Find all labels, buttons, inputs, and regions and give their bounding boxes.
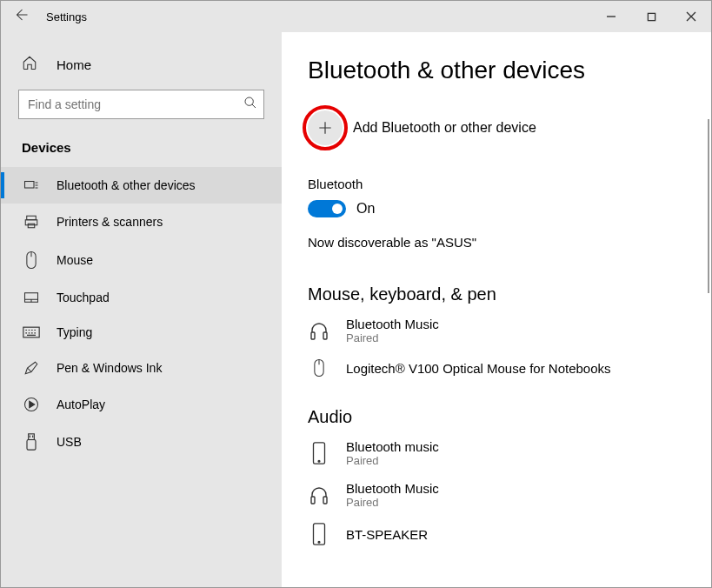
sidebar-item-mouse[interactable]: Mouse (1, 240, 282, 280)
sidebar-item-touchpad[interactable]: Touchpad (1, 280, 282, 315)
sidebar-item-label: Pen & Windows Ink (57, 361, 162, 375)
add-device-button[interactable]: Add Bluetooth or other device (308, 110, 699, 145)
bluetooth-devices-icon (22, 177, 41, 193)
plus-wrap (308, 110, 343, 145)
keyboard-icon (22, 326, 41, 338)
usb-icon (22, 433, 41, 451)
bluetooth-toggle[interactable] (308, 200, 346, 217)
add-device-label: Add Bluetooth or other device (353, 120, 536, 136)
search-icon (243, 96, 257, 113)
sidebar-item-autoplay[interactable]: AutoPlay (1, 386, 282, 423)
window-controls (591, 1, 711, 32)
printer-icon (22, 214, 41, 230)
svg-rect-0 (648, 13, 655, 20)
svg-rect-4 (25, 220, 37, 225)
svg-rect-17 (311, 497, 315, 504)
sidebar-item-label: Touchpad (57, 291, 110, 304)
device-status: Paired (346, 331, 439, 344)
device-categories: Mouse, keyboard, & penBluetooth MusicPai… (308, 284, 699, 545)
sidebar-item-label: Typing (57, 325, 92, 339)
back-button[interactable] (1, 7, 41, 27)
phone-icon (308, 442, 330, 464)
home-label: Home (57, 57, 91, 72)
svg-rect-10 (29, 434, 35, 440)
maximize-button[interactable] (631, 1, 671, 32)
window-title: Settings (41, 10, 591, 23)
device-item[interactable]: Bluetooth MusicPaired (308, 481, 699, 509)
svg-point-16 (318, 460, 320, 462)
device-item[interactable]: BT-SPEAKER (308, 523, 699, 545)
svg-rect-8 (23, 327, 39, 337)
svg-rect-3 (27, 216, 37, 220)
device-name: BT-SPEAKER (346, 527, 428, 542)
home-link[interactable]: Home (1, 50, 282, 90)
main-panel: Bluetooth & other devices Add Bluetooth … (282, 32, 711, 587)
mouse-icon (308, 358, 330, 378)
sidebar-item-label: Bluetooth & other devices (57, 178, 196, 192)
plus-icon (308, 110, 343, 145)
device-category: Mouse, keyboard, & penBluetooth MusicPai… (308, 284, 699, 378)
phone-icon (308, 523, 330, 545)
bluetooth-toggle-row: On (308, 200, 699, 217)
svg-rect-12 (311, 332, 315, 339)
scrollbar[interactable] (708, 119, 709, 293)
device-status: Paired (346, 454, 439, 467)
svg-rect-13 (323, 332, 327, 339)
svg-rect-2 (25, 182, 35, 189)
svg-rect-5 (28, 224, 35, 228)
toggle-state-label: On (356, 201, 375, 217)
sidebar: Home Devices Bluetooth & other devicesPr… (1, 32, 282, 587)
device-name: Bluetooth Music (346, 317, 439, 331)
minimize-button[interactable] (591, 1, 631, 32)
svg-point-1 (245, 97, 253, 105)
device-name: Bluetooth music (346, 439, 439, 454)
svg-point-20 (318, 541, 320, 543)
discoverable-text: Now discoverable as "ASUS" (308, 235, 699, 250)
sidebar-item-bluetooth-other-devices[interactable]: Bluetooth & other devices (1, 167, 282, 204)
device-category: AudioBluetooth musicPairedBluetooth Musi… (308, 407, 699, 545)
autoplay-icon (22, 397, 41, 412)
sidebar-item-usb[interactable]: USB (1, 423, 282, 461)
category-title: Mouse, keyboard, & pen (308, 284, 699, 304)
titlebar: Settings (1, 1, 711, 32)
sidebar-item-label: AutoPlay (57, 398, 105, 411)
bluetooth-label: Bluetooth (308, 177, 699, 191)
device-status: Paired (346, 496, 439, 509)
page-heading: Bluetooth & other devices (308, 57, 699, 84)
pen-icon (22, 360, 41, 376)
section-heading: Devices (1, 140, 282, 167)
device-item[interactable]: Logitech® V100 Optical Mouse for Noteboo… (308, 358, 699, 378)
sidebar-item-printers-scanners[interactable]: Printers & scanners (1, 204, 282, 240)
nav-list: Bluetooth & other devicesPrinters & scan… (1, 167, 282, 461)
headphones-icon (308, 320, 330, 341)
sidebar-item-label: Printers & scanners (57, 215, 163, 229)
device-name: Logitech® V100 Optical Mouse for Noteboo… (346, 361, 611, 376)
svg-rect-11 (27, 440, 36, 451)
content-area: Home Devices Bluetooth & other devicesPr… (1, 32, 711, 587)
search-input[interactable] (18, 90, 264, 119)
sidebar-item-pen-windows-ink[interactable]: Pen & Windows Ink (1, 350, 282, 386)
sidebar-item-label: Mouse (57, 253, 93, 267)
sidebar-item-typing[interactable]: Typing (1, 315, 282, 350)
headphones-icon (308, 484, 330, 505)
touchpad-icon (22, 291, 41, 304)
svg-rect-18 (323, 497, 327, 504)
mouse-icon (22, 251, 41, 270)
home-icon (22, 55, 41, 74)
search-container (18, 90, 264, 119)
category-title: Audio (308, 407, 699, 427)
close-button[interactable] (671, 1, 711, 32)
device-name: Bluetooth Music (346, 481, 439, 496)
device-item[interactable]: Bluetooth musicPaired (308, 439, 699, 467)
device-item[interactable]: Bluetooth MusicPaired (308, 317, 699, 344)
sidebar-item-label: USB (57, 435, 82, 449)
